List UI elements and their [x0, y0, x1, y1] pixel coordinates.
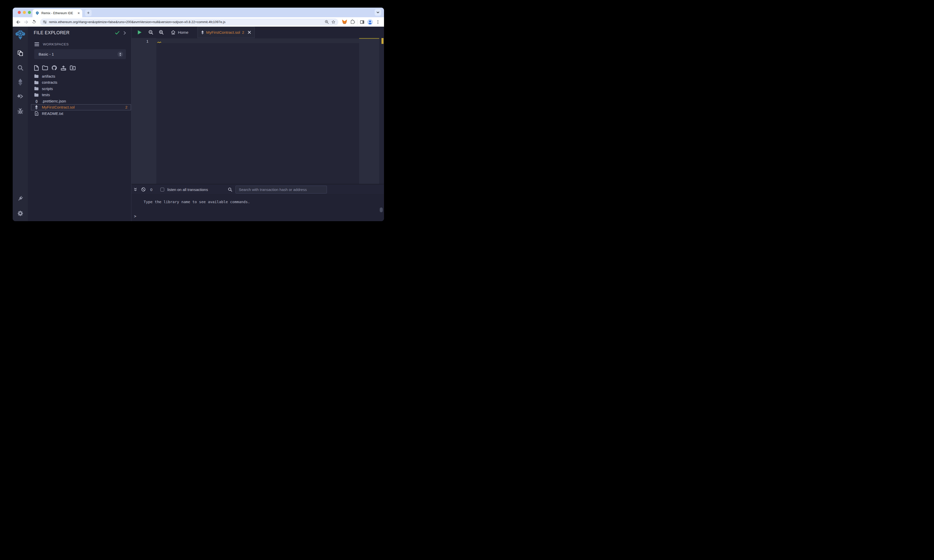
browser-window: Remix - Ethereum IDE ✕ + remix.ethereum.…	[13, 8, 384, 221]
remix-logo-icon[interactable]	[15, 30, 25, 41]
new-file-icon[interactable]	[34, 65, 39, 71]
settings-gear-icon[interactable]	[17, 210, 24, 217]
search-icon[interactable]	[17, 65, 24, 71]
zoom-out-icon[interactable]	[148, 30, 153, 35]
editor-gutter: 1	[131, 38, 156, 184]
editor-code-area[interactable]	[156, 38, 359, 184]
bookmark-star-icon[interactable]	[331, 20, 336, 25]
file-label: .prettierrc.json	[42, 99, 66, 103]
upload-folder-icon[interactable]	[70, 65, 76, 70]
browser-tab-title: Remix - Ethereum IDE	[42, 11, 76, 15]
terminal-panel: 0 listen on all transactions Type the li…	[131, 185, 384, 221]
line-number: 1	[131, 39, 156, 44]
zoom-page-icon[interactable]	[325, 20, 329, 24]
pending-tx-count: 0	[150, 188, 152, 192]
warning-squiggle-icon	[157, 42, 162, 43]
deploy-and-run-icon[interactable]	[17, 93, 24, 100]
editor-scrollbar[interactable]	[379, 38, 381, 184]
file-label: contracts	[42, 80, 57, 85]
reload-button[interactable]	[31, 19, 37, 25]
active-tab-badge: 2	[242, 30, 244, 34]
terminal-search-icon	[228, 188, 232, 192]
zoom-in-icon[interactable]	[159, 30, 164, 35]
remix-icon-rail	[13, 27, 28, 221]
workspaces-menu-icon[interactable]	[34, 42, 39, 46]
editor-minimap[interactable]	[359, 38, 379, 184]
collapse-terminal-icon[interactable]	[134, 188, 137, 191]
active-line-highlight	[156, 38, 359, 43]
tab-home[interactable]: Home	[171, 30, 188, 35]
close-tab-icon[interactable]	[248, 31, 251, 34]
workspace-select[interactable]: Basic - 1	[34, 49, 126, 59]
problem-count-badge: 2	[125, 105, 127, 109]
terminal-message: Type the library name to see available c…	[144, 200, 250, 204]
profile-avatar[interactable]	[367, 19, 373, 25]
remix-favicon-icon	[35, 11, 39, 15]
overview-warning-marker	[381, 38, 384, 44]
tree-row-folder[interactable]: scripts	[31, 85, 131, 92]
file-label: README.txt	[42, 111, 63, 115]
metamask-extension-icon[interactable]	[341, 19, 347, 25]
solidity-file-icon	[201, 31, 204, 34]
transaction-search-input[interactable]	[236, 186, 327, 194]
remix-app: FILE EXPLORER WORKSPACES Basic - 1	[13, 27, 384, 221]
upload-file-icon[interactable]	[60, 65, 66, 71]
panel-title: FILE EXPLORER	[34, 30, 115, 35]
tab-search-chevron-icon[interactable]	[375, 9, 381, 16]
address-bar[interactable]: remix.ethereum.org/#lang=en&optimize=fal…	[40, 18, 338, 26]
back-button[interactable]	[15, 19, 21, 25]
side-panel-icon[interactable]	[359, 19, 365, 25]
github-clone-icon[interactable]	[51, 65, 57, 71]
minimap-warning-bar	[359, 38, 379, 39]
debugger-bug-icon[interactable]	[17, 108, 24, 114]
tree-row-folder[interactable]: tests	[31, 92, 131, 98]
overview-ruler	[381, 38, 384, 184]
run-script-play-icon[interactable]	[137, 30, 142, 35]
solidity-compiler-icon[interactable]	[17, 79, 24, 85]
tree-row-folder[interactable]: contracts	[31, 79, 131, 86]
workspace-name: Basic - 1	[39, 52, 117, 57]
check-icon[interactable]	[115, 31, 120, 35]
file-tree: artifacts contracts scripts tests {} .pr…	[28, 73, 131, 117]
file-explorer-panel: FILE EXPLORER WORKSPACES Basic - 1	[28, 27, 131, 221]
browser-menu-dots-icon[interactable]	[375, 19, 381, 25]
terminal-prompt[interactable]: >	[134, 214, 136, 218]
listen-transactions-checkbox[interactable]	[160, 188, 164, 191]
terminal-toolbar: 0 listen on all transactions	[131, 185, 384, 195]
editor-column: Home MyFirstContract.sol 2 1	[131, 27, 384, 221]
folder-icon	[34, 93, 39, 97]
plugin-manager-icon[interactable]	[17, 195, 24, 202]
editor-tab-bar: Home MyFirstContract.sol 2	[131, 27, 384, 38]
file-label: MyFirstContract.sol	[42, 105, 75, 109]
clear-console-icon[interactable]	[141, 187, 146, 192]
terminal-log[interactable]: Type the library name to see available c…	[131, 195, 384, 221]
browser-tab-strip: Remix - Ethereum IDE ✕ +	[13, 8, 384, 17]
browser-tab[interactable]: Remix - Ethereum IDE ✕	[32, 9, 82, 17]
text-file-icon	[34, 111, 39, 115]
close-window-button[interactable]	[18, 11, 21, 14]
tree-row-file[interactable]: {} .prettierrc.json	[31, 98, 131, 104]
minimize-window-button[interactable]	[23, 11, 26, 14]
terminal-scrollbar-thumb[interactable]	[380, 208, 383, 212]
macos-traffic-lights	[18, 11, 31, 14]
extensions-puzzle-icon[interactable]	[349, 19, 355, 25]
tree-row-file-selected[interactable]: MyFirstContract.sol 2	[31, 104, 131, 111]
close-tab-icon[interactable]: ✕	[77, 12, 80, 15]
file-explorer-icon[interactable]	[17, 50, 24, 57]
folder-icon	[34, 74, 39, 78]
listen-transactions-label: listen on all transactions	[167, 188, 208, 192]
new-tab-button[interactable]: +	[85, 10, 92, 16]
fullscreen-window-button[interactable]	[28, 11, 31, 14]
tree-row-folder[interactable]: artifacts	[31, 73, 131, 79]
workspaces-label: WORKSPACES	[43, 42, 69, 46]
tab-myfirstcontract[interactable]: MyFirstContract.sol 2	[197, 27, 254, 38]
home-tab-label: Home	[178, 30, 188, 35]
site-settings-icon[interactable]	[43, 20, 47, 24]
forward-button[interactable]	[23, 19, 29, 25]
tree-row-file[interactable]: README.txt	[31, 110, 131, 117]
file-label: tests	[42, 92, 50, 97]
collapse-chevron-icon[interactable]	[123, 31, 126, 35]
home-icon	[171, 30, 176, 35]
new-folder-icon[interactable]	[42, 65, 48, 70]
json-icon: {}	[34, 99, 39, 103]
